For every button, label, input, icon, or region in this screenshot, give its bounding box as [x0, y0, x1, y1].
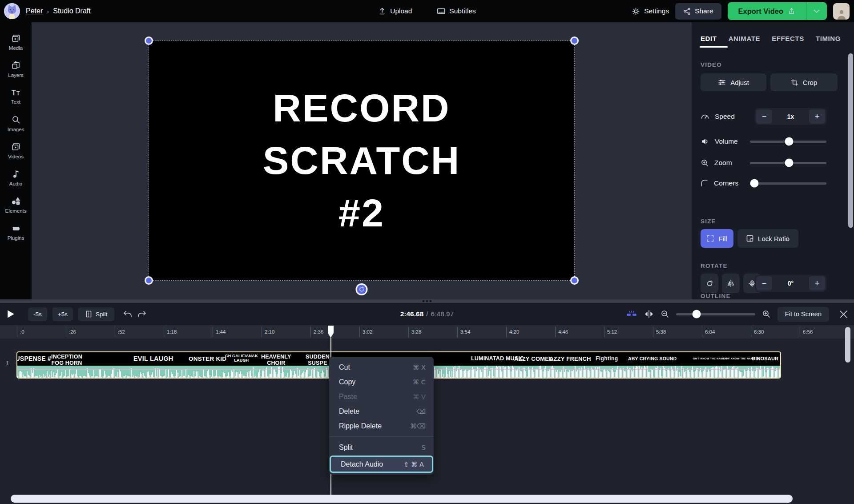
- breadcrumb-project[interactable]: Studio Draft: [53, 7, 90, 15]
- corners-slider-thumb[interactable]: [750, 179, 759, 188]
- sidebar-item-text[interactable]: T T Text: [0, 83, 32, 110]
- menu-item-delete[interactable]: Delete ⌫: [329, 404, 434, 419]
- zoom-in-icon: [701, 159, 709, 167]
- export-video-button[interactable]: Export Video: [728, 2, 806, 20]
- split-icon: [85, 310, 92, 318]
- panel-scrollbar[interactable]: [848, 53, 853, 228]
- split-button[interactable]: Split: [78, 307, 114, 321]
- volume-slider[interactable]: [750, 137, 826, 146]
- drag-dot: [426, 300, 428, 302]
- resize-handle-bottom-right[interactable]: [570, 276, 579, 285]
- avatar[interactable]: [833, 3, 850, 20]
- timeline-horizontal-scrollbar[interactable]: [11, 495, 793, 503]
- resize-handle-bottom-left[interactable]: [145, 276, 153, 285]
- upload-icon: [378, 7, 386, 15]
- rotate-angle-value: 0°: [788, 280, 794, 287]
- redo-button[interactable]: [137, 310, 146, 318]
- volume-slider-thumb[interactable]: [785, 137, 793, 146]
- rotate-handle[interactable]: [356, 283, 368, 295]
- tab-timing[interactable]: TIMING: [815, 31, 842, 46]
- svg-text:T: T: [12, 89, 16, 97]
- menu-item-ripple-delete[interactable]: Ripple Delete ⌘⌫: [329, 419, 434, 433]
- menu-item-cut[interactable]: Cut ⌘ X: [329, 360, 434, 375]
- sidebar-item-layers[interactable]: Layers: [0, 56, 32, 83]
- rotate-90-button[interactable]: [701, 274, 718, 293]
- flip-horizontal-button[interactable]: [722, 274, 740, 293]
- sidebar-item-elements[interactable]: Elements: [0, 191, 32, 218]
- timeline-vertical-scrollbar[interactable]: [845, 327, 850, 363]
- close-timeline-icon[interactable]: [839, 310, 848, 319]
- speed-increase-button[interactable]: +: [809, 109, 825, 124]
- sidebar-item-plugins[interactable]: Plugins: [0, 218, 32, 246]
- forward-5s-button[interactable]: +5s: [52, 307, 73, 321]
- sidebar-item-videos[interactable]: Videos: [0, 137, 32, 164]
- sidebar-item-media[interactable]: Media: [0, 28, 32, 56]
- tab-effects[interactable]: EFFECTS: [771, 31, 805, 46]
- sidebar-item-label: Audio: [9, 181, 22, 186]
- timeline-toolbar: -5s +5s Split 2:46.68 / 6:48.97: [0, 303, 854, 325]
- menu-item-label: Delete: [339, 407, 359, 415]
- adjust-button[interactable]: Adjust: [701, 73, 766, 91]
- menu-item-shortcut: ⌫: [416, 408, 426, 415]
- sidebar-item-audio[interactable]: Audio: [0, 164, 32, 191]
- timeline-zoom-slider[interactable]: [676, 310, 755, 319]
- ruler-tick: 6:04: [702, 327, 715, 337]
- subtitles-button[interactable]: Subtitles: [437, 7, 475, 15]
- menu-item-split[interactable]: Split S: [329, 440, 434, 455]
- volume-label: Volume: [715, 137, 738, 145]
- video-title-line: RECORD: [273, 85, 450, 131]
- tab-edit[interactable]: EDIT: [700, 31, 718, 46]
- timeline-area: -5s +5s Split 2:46.68 / 6:48.97: [0, 299, 854, 504]
- speed-decrease-button[interactable]: −: [756, 109, 772, 124]
- back-5s-button[interactable]: -5s: [28, 307, 47, 321]
- clip-label: ONSTER KID: [189, 352, 226, 365]
- zoom-in-icon[interactable]: [762, 310, 771, 319]
- expand-clip-icon[interactable]: [644, 310, 654, 319]
- upload-button[interactable]: Upload: [378, 7, 412, 15]
- menu-item-label: Split: [339, 444, 353, 452]
- zoom-slider-thumb[interactable]: [785, 159, 793, 167]
- timeline-ruler[interactable]: :0 :26 :52 1:18 1:44 2:10 2:36 3:02 3:28…: [0, 325, 854, 339]
- fill-button[interactable]: Fill: [701, 229, 733, 248]
- export-label: Export Video: [738, 7, 783, 16]
- rotate-decrease-button[interactable]: −: [756, 276, 772, 290]
- sidebar-item-images[interactable]: Images: [0, 110, 32, 137]
- menu-item-detach-audio[interactable]: Detach Audio ⇧ ⌘ A: [331, 457, 432, 472]
- corners-slider[interactable]: [750, 179, 826, 188]
- tab-animate[interactable]: ANIMATE: [728, 31, 761, 46]
- undo-button[interactable]: [123, 310, 132, 318]
- zoom-slider[interactable]: [750, 158, 826, 167]
- timeline-zoom-thumb[interactable]: [693, 310, 701, 319]
- timeline-resize-handle[interactable]: [0, 299, 854, 303]
- resize-handle-top-left[interactable]: [145, 36, 153, 45]
- fit-to-screen-button[interactable]: Fit to Screen: [777, 307, 829, 322]
- video-section-heading: VIDEO: [701, 61, 722, 68]
- play-button[interactable]: [7, 310, 15, 319]
- active-tab-underline: [700, 46, 728, 48]
- export-dropdown-button[interactable]: [806, 2, 827, 20]
- time-display: 2:46.68 / 6:48.97: [400, 303, 454, 325]
- snap-toggle-icon[interactable]: [626, 309, 637, 319]
- breadcrumb-separator: ›: [47, 8, 49, 15]
- breadcrumb-user[interactable]: Peter: [26, 7, 43, 15]
- ruler-tick: 2:36: [310, 327, 323, 337]
- resize-handle-top-right[interactable]: [570, 36, 579, 45]
- size-buttons-row: Fill Lock Ratio: [701, 229, 845, 248]
- sidebar-item-label: Layers: [8, 73, 24, 78]
- crop-button[interactable]: Crop: [770, 73, 838, 91]
- video-layer[interactable]: RECORD SCRATCH #2: [149, 40, 575, 281]
- ruler-tick: 6:30: [751, 327, 764, 337]
- menu-item-shortcut: ⌘ V: [413, 393, 426, 400]
- lock-ratio-button[interactable]: Lock Ratio: [737, 229, 798, 248]
- ruler-tick: 4:20: [506, 327, 519, 337]
- rotate-increase-button[interactable]: +: [809, 276, 825, 290]
- settings-button[interactable]: Settings: [632, 7, 669, 16]
- canvas-area: RECORD SCRATCH #2: [32, 22, 692, 299]
- zoom-out-icon[interactable]: [661, 310, 669, 319]
- clip-label: SUSPENSE #: [16, 352, 51, 365]
- menu-item-copy[interactable]: Copy ⌘ C: [329, 375, 434, 389]
- share-button[interactable]: Share: [675, 3, 721, 20]
- rotate-icon: [359, 286, 365, 292]
- elements-icon: [11, 196, 21, 206]
- app-logo[interactable]: [4, 3, 20, 19]
